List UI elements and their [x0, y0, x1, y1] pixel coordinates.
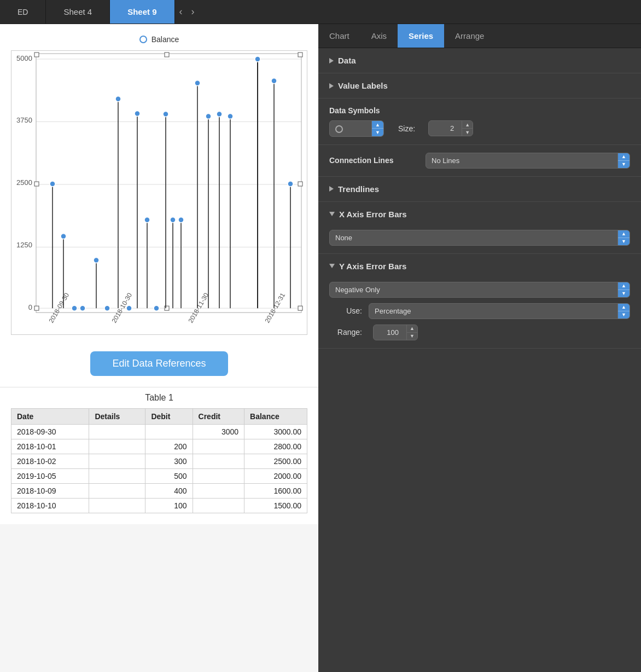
table-cell: 200 — [145, 439, 193, 454]
use-down-arrow[interactable]: ▼ — [618, 311, 630, 318]
svg-text:2018-11-30: 2018-11-30 — [187, 291, 210, 324]
right-panel-content: Data Value Labels Data Symbols ▲ — [318, 48, 641, 672]
use-arrows: ▲ ▼ — [617, 304, 630, 318]
table-cell — [193, 484, 244, 499]
table-section: Table 1 Date Details Debit Credit Balanc… — [0, 387, 318, 524]
table-cell: 1600.00 — [244, 484, 307, 499]
size-down-arrow[interactable]: ▼ — [462, 129, 473, 136]
value-labels-section-header[interactable]: Value Labels — [318, 73, 641, 99]
table-cell: 2018-09-30 — [11, 425, 89, 439]
table-cell: 2800.00 — [244, 439, 307, 454]
table-cell: 300 — [145, 454, 193, 469]
edit-data-references-button[interactable]: Edit Data References — [90, 351, 228, 376]
tab-bar: ED Sheet 4 Sheet 9 ‹ › — [0, 0, 641, 24]
chart-area: Balance 5000 3750 2500 1250 0 — [0, 24, 318, 340]
svg-rect-18 — [298, 306, 302, 310]
y-error-bars-select[interactable]: Negative Only ▲ ▼ — [329, 282, 630, 298]
svg-rect-13 — [298, 53, 302, 57]
tab-chart[interactable]: Chart — [318, 24, 360, 48]
svg-point-52 — [195, 80, 200, 86]
conn-down-arrow[interactable]: ▼ — [618, 161, 630, 168]
svg-rect-11 — [34, 53, 39, 57]
table-cell — [145, 425, 193, 439]
col-balance: Balance — [244, 409, 307, 425]
x-axis-error-bars-label: X Axis Error Bars — [339, 210, 407, 219]
use-value: Percentage — [369, 304, 617, 318]
svg-point-32 — [94, 258, 99, 263]
table-title: Table 1 — [11, 393, 307, 403]
range-up-arrow[interactable]: ▲ — [407, 325, 417, 333]
table-cell: 2018-10-10 — [11, 499, 89, 513]
table-cell — [89, 439, 145, 454]
data-section-label: Data — [338, 56, 356, 65]
data-section-header[interactable]: Data — [318, 48, 641, 73]
x-error-bars-select[interactable]: None ▲ ▼ — [329, 230, 630, 246]
col-credit: Credit — [193, 409, 244, 425]
size-stepper-arrows: ▲ ▼ — [462, 121, 473, 136]
left-panel: Balance 5000 3750 2500 1250 0 — [0, 24, 318, 672]
svg-point-38 — [126, 305, 132, 311]
symbol-up-arrow[interactable]: ▲ — [372, 121, 383, 129]
size-up-arrow[interactable]: ▲ — [462, 121, 473, 129]
tab-axis[interactable]: Axis — [360, 24, 398, 48]
tab-series[interactable]: Series — [398, 24, 444, 48]
x-axis-error-bars-toggle-icon — [329, 212, 335, 216]
table-cell: 3000.00 — [244, 425, 307, 439]
data-section-toggle-icon — [329, 58, 334, 63]
connection-lines-select[interactable]: No Lines ▲ ▼ — [426, 153, 630, 169]
x-error-bars-value: None — [330, 230, 617, 245]
y-error-bars-arrows: ▲ ▼ — [617, 282, 630, 297]
x-error-bar-row: None ▲ ▼ — [329, 230, 630, 246]
table-row: 2018-10-101001500.00 — [11, 499, 307, 513]
svg-point-24 — [50, 181, 55, 187]
use-select[interactable]: Percentage ▲ ▼ — [369, 303, 630, 319]
svg-point-30 — [80, 305, 85, 311]
symbol-down-arrow[interactable]: ▼ — [372, 129, 383, 136]
x-error-up-arrow[interactable]: ▲ — [618, 230, 630, 238]
table-cell — [89, 469, 145, 484]
y-axis-error-bars-label: Y Axis Error Bars — [339, 262, 406, 271]
y-error-bars-value: Negative Only — [330, 282, 617, 297]
range-stepper-arrows: ▲ ▼ — [406, 325, 417, 340]
symbol-select[interactable]: ▲ ▼ — [329, 120, 384, 137]
trendlines-section-header[interactable]: Trendlines — [318, 177, 641, 202]
svg-point-42 — [144, 217, 150, 223]
tab-sheet9[interactable]: Sheet 9 — [110, 0, 174, 24]
tab-sheet4[interactable]: Sheet 4 — [46, 0, 110, 24]
size-label: Size: — [398, 124, 415, 133]
x-error-down-arrow[interactable]: ▼ — [618, 238, 630, 245]
y-error-up-arrow[interactable]: ▲ — [618, 282, 630, 290]
conn-up-arrow[interactable]: ▲ — [618, 153, 630, 161]
svg-point-34 — [104, 305, 110, 311]
tab-arrange[interactable]: Arrange — [444, 24, 495, 48]
table-cell — [89, 499, 145, 513]
value-labels-label: Value Labels — [338, 81, 388, 90]
range-down-arrow[interactable]: ▼ — [407, 333, 417, 340]
chart-svg: 5000 3750 2500 1250 0 — [11, 51, 307, 334]
y-error-down-arrow[interactable]: ▼ — [618, 290, 630, 297]
table-cell — [193, 454, 244, 469]
svg-point-28 — [72, 305, 77, 311]
svg-text:5000: 5000 — [16, 54, 32, 62]
connection-lines-section: Connection Lines No Lines ▲ ▼ — [318, 145, 641, 177]
svg-point-64 — [288, 181, 293, 187]
svg-rect-17 — [298, 182, 302, 186]
svg-point-46 — [163, 112, 168, 117]
table-cell: 100 — [145, 499, 193, 513]
use-label: Use: — [329, 306, 362, 315]
size-stepper: 2 ▲ ▼ — [428, 120, 473, 136]
tab-ed[interactable]: ED — [0, 0, 46, 24]
y-axis-error-bars-header[interactable]: Y Axis Error Bars — [318, 254, 641, 279]
connection-lines-value: No Lines — [426, 153, 617, 168]
table-row: 2018-10-012002800.00 — [11, 439, 307, 454]
svg-point-56 — [217, 112, 222, 117]
range-row: Range: 100 ▲ ▼ — [329, 325, 630, 340]
data-symbols-label: Data Symbols — [329, 106, 630, 115]
use-up-arrow[interactable]: ▲ — [618, 304, 630, 311]
data-table: Date Details Debit Credit Balance 2018-0… — [11, 408, 307, 513]
tab-nav-next[interactable]: › — [187, 0, 199, 24]
trendlines-label: Trendlines — [338, 184, 379, 194]
tab-nav-prev[interactable]: ‹ — [175, 0, 187, 24]
svg-point-26 — [61, 234, 66, 239]
x-axis-error-bars-header[interactable]: X Axis Error Bars — [318, 202, 641, 227]
